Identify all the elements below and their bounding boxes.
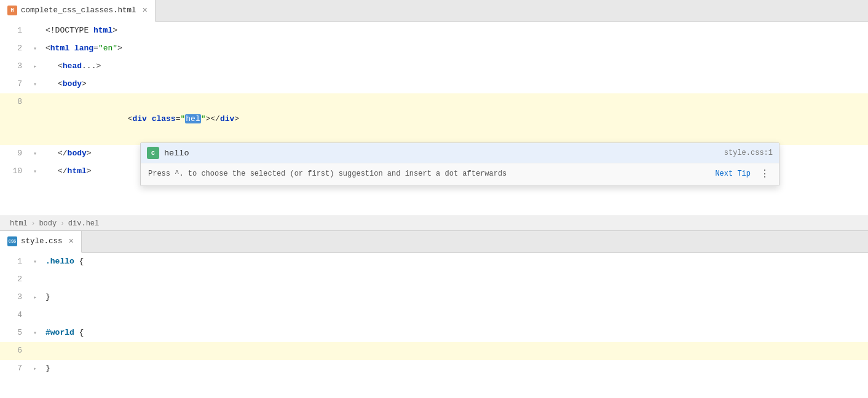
fold-btn <box>31 307 39 324</box>
css-tab-close[interactable]: × <box>69 237 74 246</box>
line-content: } <box>39 360 868 377</box>
line-content: #world { <box>39 324 868 341</box>
fold-btn[interactable]: ▸ <box>31 361 39 378</box>
line-content: <html lang="en"> <box>39 40 868 57</box>
line-number: 7 <box>0 360 31 377</box>
table-row: 3 ▸ <head...> <box>0 58 868 76</box>
fold-btn[interactable]: ▸ <box>31 58 39 76</box>
css-code-lines: 1 ▾ .hello { 2 3 ▸ } 4 <box>0 253 868 378</box>
line-number: 9 <box>0 145 31 162</box>
css-file-icon: CSS <box>7 236 17 246</box>
fold-btn[interactable]: ▾ <box>31 163 39 181</box>
table-row: 4 <box>0 306 868 324</box>
autocomplete-completion-text: hello <box>164 149 719 158</box>
line-content: <head...> <box>39 58 868 75</box>
autocomplete-hint-bar: Press ^. to choose the selected (or firs… <box>141 163 779 185</box>
table-row: 8 <div class="hel"></div> <box>0 93 868 145</box>
next-tip-button[interactable]: Next Tip <box>715 170 751 178</box>
css-tab-label: style.css <box>21 237 63 246</box>
table-row: 3 ▸ } <box>0 289 868 306</box>
fold-btn <box>31 271 39 289</box>
fold-btn[interactable]: ▾ <box>31 76 39 93</box>
line-content: <body> <box>39 76 868 93</box>
html-tab-label: complete_css_classes.html <box>21 6 136 15</box>
autocomplete-more-button[interactable]: ⋮ <box>758 167 771 181</box>
fold-btn[interactable]: ▾ <box>31 325 39 342</box>
line-content <box>39 342 868 359</box>
table-row: 7 ▸ } <box>0 360 868 378</box>
css-editor[interactable]: 1 ▾ .hello { 2 3 ▸ } 4 <box>0 253 868 398</box>
line-number: 7 <box>0 76 31 93</box>
line-number: 2 <box>0 40 31 57</box>
line-number: 3 <box>0 289 31 306</box>
breadcrumb-item-body[interactable]: body <box>39 219 57 228</box>
line-number: 10 <box>0 163 31 180</box>
line-content: .hello { <box>39 253 868 270</box>
tab-html[interactable]: H complete_css_classes.html × <box>0 0 156 22</box>
table-row: 5 ▾ #world { <box>0 324 868 342</box>
tab-css[interactable]: CSS style.css × <box>0 231 82 253</box>
line-content: } <box>39 289 868 306</box>
breadcrumb-item-html[interactable]: html <box>10 219 28 228</box>
line-number: 8 <box>0 93 31 111</box>
table-row: 6 <box>0 342 868 360</box>
table-row: 1 <!DOCTYPE html> <box>0 22 868 40</box>
line-content: <div class="hel"></div> <box>39 93 868 145</box>
table-row: 2 <box>0 271 868 289</box>
editor-container: H complete_css_classes.html × 1 <!DOCTYP… <box>0 0 868 398</box>
table-row: 7 ▾ <body> <box>0 76 868 93</box>
fold-btn[interactable]: ▾ <box>31 146 39 163</box>
breadcrumb-item-div[interactable]: div.hel <box>68 219 99 228</box>
breadcrumb-sep-2: › <box>60 220 65 227</box>
line-content: <!DOCTYPE html> <box>39 22 868 39</box>
line-number: 1 <box>0 253 31 270</box>
line-content <box>39 271 868 288</box>
fold-btn <box>31 343 39 360</box>
fold-btn[interactable] <box>31 23 39 40</box>
html-tab-close[interactable]: × <box>143 6 148 15</box>
autocomplete-location: style.css:1 <box>724 149 773 157</box>
line-number: 1 <box>0 22 31 39</box>
html-tab-bar: H complete_css_classes.html × <box>0 0 868 22</box>
line-number: 3 <box>0 58 31 75</box>
line-number: 5 <box>0 324 31 341</box>
breadcrumb: html › body › div.hel <box>0 216 868 230</box>
table-row: 1 ▾ .hello { <box>0 253 868 271</box>
line-number: 2 <box>0 271 31 288</box>
line-number: 4 <box>0 306 31 324</box>
fold-btn[interactable]: ▾ <box>31 254 39 271</box>
autocomplete-hint-text: Press ^. to choose the selected (or firs… <box>148 170 711 178</box>
autocomplete-popup: c hello style.css:1 Press ^. to choose t… <box>140 142 779 186</box>
html-code-area: 1 <!DOCTYPE html> 2 ▾ <html lang="en"> 3… <box>0 22 868 230</box>
html-editor[interactable]: 1 <!DOCTYPE html> 2 ▾ <html lang="en"> 3… <box>0 22 868 231</box>
autocomplete-type-icon: c <box>147 147 159 159</box>
fold-btn[interactable]: ▸ <box>31 289 39 306</box>
line-number: 6 <box>0 342 31 359</box>
table-row: 2 ▾ <html lang="en"> <box>0 40 868 58</box>
breadcrumb-sep-1: › <box>31 220 36 227</box>
line-content <box>39 306 868 324</box>
autocomplete-item[interactable]: c hello style.css:1 <box>141 143 779 163</box>
fold-btn[interactable]: ▾ <box>31 41 39 58</box>
css-tab-bar: CSS style.css × <box>0 231 868 253</box>
html-file-icon: H <box>7 6 17 15</box>
fold-btn <box>31 94 39 111</box>
